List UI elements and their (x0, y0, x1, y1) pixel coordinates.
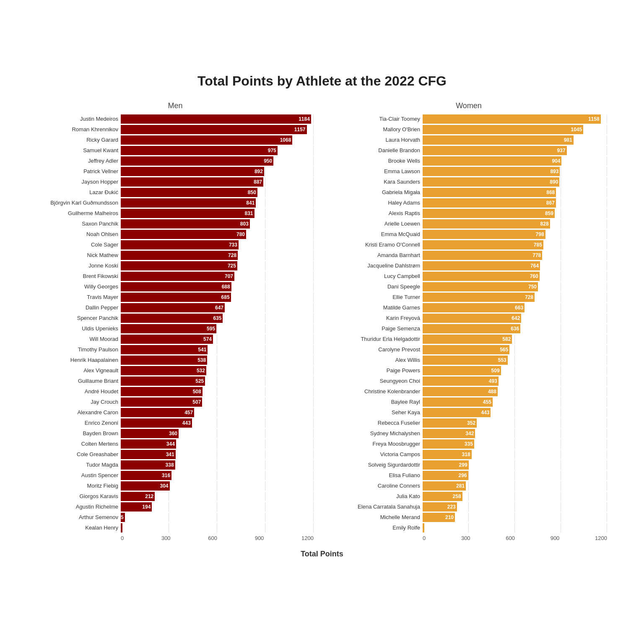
bar-fill: 868 (423, 188, 556, 197)
bar-row: Baylee Rayl455 (330, 397, 607, 407)
bar-track: 868 (423, 188, 607, 197)
bar-fill: 981 (423, 135, 574, 145)
bar-track: 831 (121, 209, 314, 218)
bar-fill: 194 (121, 502, 152, 512)
bar-fill: 893 (423, 167, 560, 176)
bar-fill: 828 (423, 219, 550, 229)
bar-value: 887 (254, 179, 262, 185)
athlete-name: Paige Semenza (330, 325, 423, 332)
bar-value: 1 (420, 525, 423, 531)
bar-value: 904 (552, 158, 560, 164)
bar-row: Haley Adams867 (330, 198, 607, 208)
bar-row: Seungyeon Choi493 (330, 377, 607, 386)
bar-row: Tia-Clair Toomey1158 (330, 114, 607, 124)
women-axis-ticks: 0 300 600 900 1200 (423, 535, 607, 541)
bar-track: 553 (423, 356, 607, 365)
athlete-name: Arthur Semenov (37, 514, 121, 520)
bar-row: Amanda Barnhart778 (330, 251, 607, 260)
bar-value: 685 (221, 294, 230, 300)
bar-track: 360 (121, 429, 314, 438)
bar-row: Victoria Campos318 (330, 450, 607, 459)
chart-container: Total Points by Athlete at the 2022 CFG … (29, 61, 615, 584)
bar-value: 728 (228, 252, 236, 258)
bar-fill: 342 (423, 429, 475, 438)
bar-row: Lucy Campbell760 (330, 272, 607, 281)
bar-row: Arthur Semenov25 (37, 513, 314, 522)
bar-row: Bayden Brown360 (37, 429, 314, 438)
bar-value: 2 (118, 525, 121, 531)
bar-value: 352 (467, 420, 475, 426)
bar-track: 538 (121, 356, 314, 365)
athlete-name: Alex Vigneault (37, 367, 121, 374)
bar-track: 1045 (423, 125, 607, 134)
bar-track: 212 (121, 492, 314, 501)
athlete-name: Saxon Panchik (37, 221, 121, 227)
athlete-name: Christine Kolenbrander (330, 388, 423, 395)
bar-value: 688 (222, 284, 230, 290)
bar-track: 457 (121, 408, 314, 417)
athlete-name: Arielle Loewen (330, 221, 423, 227)
bar-value: 538 (197, 357, 206, 363)
bar-track: 541 (121, 345, 314, 354)
athlete-name: Kealan Henry (37, 525, 121, 531)
bar-fill: 685 (121, 293, 231, 302)
bar-row: Caroline Conners281 (330, 481, 607, 491)
bar-fill: 443 (121, 418, 192, 428)
bar-track: 764 (423, 261, 607, 270)
chart-title: Total Points by Athlete at the 2022 CFG (37, 73, 607, 89)
bar-row: Arielle Loewen828 (330, 219, 607, 229)
bar-value: 798 (536, 231, 544, 237)
x-axis-label: Total Points (37, 550, 607, 558)
bar-value: 455 (483, 399, 491, 405)
bar-value: 258 (453, 493, 461, 499)
bar-value: 443 (182, 420, 191, 426)
athlete-name: Gabriela Migała (330, 189, 423, 195)
bar-fill: 778 (423, 251, 542, 260)
athlete-name: Danielle Brandon (330, 147, 423, 153)
athlete-name: Alexandre Caron (37, 409, 121, 415)
athlete-name: Timothy Paulson (37, 346, 121, 353)
men-label: Men (37, 101, 314, 110)
bar-row: Karin Freyová642 (330, 314, 607, 323)
bar-value: 760 (530, 273, 538, 279)
athlete-name: Ricky Garard (37, 137, 121, 143)
bar-fill: 728 (423, 293, 535, 302)
athlete-name: Nick Mathew (37, 252, 121, 258)
bar-row: Spencer Panchik635 (37, 314, 314, 323)
athlete-name: Agustin Richelme (37, 504, 121, 510)
bar-value: 25 (118, 514, 123, 520)
bar-value: 582 (502, 336, 511, 342)
athlete-name: Emily Rolfe (330, 525, 423, 531)
bar-row: Rebecca Fuselier352 (330, 418, 607, 428)
bar-fill: 223 (423, 502, 457, 512)
bar-value: 304 (160, 483, 169, 489)
athlete-name: Spencer Panchik (37, 315, 121, 321)
bar-fill: 541 (121, 345, 208, 354)
bar-row: Guilherme Malheiros831 (37, 209, 314, 218)
bar-fill: 443 (423, 408, 491, 417)
bar-fill: 642 (423, 314, 521, 323)
bar-fill: 335 (423, 439, 474, 449)
bar-value: 508 (193, 389, 201, 395)
athlete-name: Karin Freyová (330, 315, 423, 321)
bar-track: 685 (121, 293, 314, 302)
bar-fill: 1157 (121, 125, 307, 134)
bar-track: 803 (121, 219, 314, 229)
bar-row: Seher Kaya443 (330, 408, 607, 417)
athlete-name: Emma McQuaid (330, 231, 423, 237)
bar-value: 868 (546, 190, 555, 195)
bar-value: 642 (512, 315, 520, 321)
bar-fill: 341 (121, 450, 176, 459)
bar-fill: 1184 (121, 114, 311, 124)
bar-fill: 841 (121, 198, 256, 208)
bar-fill: 831 (121, 209, 254, 218)
bar-fill: 750 (423, 282, 538, 291)
bar-fill: 258 (423, 492, 462, 501)
bar-track: 210 (423, 513, 607, 522)
bar-value: 893 (550, 169, 558, 174)
bar-track: 937 (423, 146, 607, 155)
bar-track: 867 (423, 198, 607, 208)
bar-value: 975 (268, 148, 276, 153)
athlete-name: Elisa Fuliano (330, 472, 423, 478)
bar-value: 663 (515, 305, 523, 311)
